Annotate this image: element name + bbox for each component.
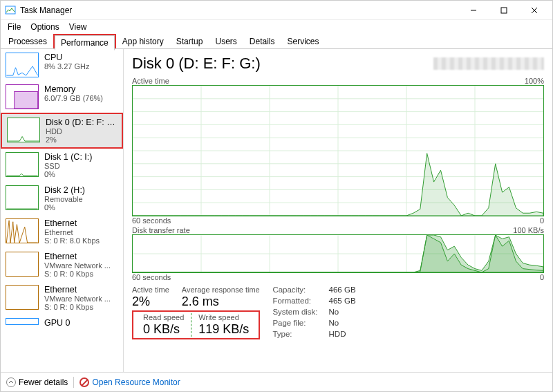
sidebar-item-sub: HDD	[46, 127, 117, 136]
bottom-bar: Fewer details Open Resource Monitor	[1, 372, 552, 391]
sidebar-item-label: Disk 1 (C: I:)	[44, 152, 92, 162]
sidebar-item-disk2[interactable]: Disk 2 (H:)Removable0%	[1, 182, 123, 215]
sidebar-item-gpu0[interactable]: GPU 0	[1, 315, 123, 328]
disk-thumb-icon	[7, 118, 40, 142]
sidebar-item-label: CPU	[44, 53, 89, 62]
stat-key: Average response time	[182, 286, 260, 294]
gpu-thumb-icon	[6, 318, 39, 325]
sidebar-item-sub2: S: 0 R: 0 Kbps	[44, 303, 111, 311]
info-key: System disk:	[272, 308, 317, 317]
chart1-max: 100%	[525, 77, 544, 85]
stat-value: 2.6 ms	[182, 295, 260, 309]
sidebar-item-label: Ethernet	[44, 252, 111, 261]
ethernet-thumb-icon	[6, 252, 39, 277]
fewer-details-label: Fewer details	[19, 377, 68, 387]
stat-write-speed: Write speed 119 KB/s	[193, 313, 254, 337]
menubar: File Options View	[1, 20, 552, 34]
chart2-max: 100 KB/s	[513, 226, 544, 234]
info-key: Capacity:	[272, 286, 317, 295]
chart2-xmin: 60 seconds	[132, 273, 171, 281]
highlight-performance-tab: Performance	[53, 34, 116, 48]
chart2-label: Disk transfer rate	[132, 226, 190, 234]
sidebar-item-label: Disk 0 (D: E: F: G:)	[46, 118, 117, 127]
stat-value: 2%	[132, 295, 169, 309]
menu-file[interactable]: File	[3, 21, 25, 33]
sidebar-item-sub: VMware Network ...	[44, 295, 111, 303]
detail-pane: Disk 0 (D: E: F: G:) Active time 100% 60…	[124, 49, 552, 372]
resource-monitor-icon	[79, 377, 89, 387]
memory-thumb-icon	[6, 84, 39, 109]
sidebar-item-label: Ethernet	[44, 218, 100, 228]
tab-app-history[interactable]: App history	[116, 34, 170, 49]
highlight-speed-box: Read speed 0 KB/s Write speed 119 KB/s	[132, 310, 260, 339]
stat-value: 119 KB/s	[198, 322, 249, 337]
close-button[interactable]	[519, 1, 550, 19]
info-value: No	[329, 308, 356, 317]
sidebar-item-ethernet-2[interactable]: EthernetVMware Network ...S: 0 R: 0 Kbps	[1, 281, 123, 315]
tab-processes[interactable]: Processes	[2, 34, 53, 49]
ethernet-thumb-icon	[6, 218, 39, 243]
stat-key: Write speed	[198, 313, 249, 321]
info-value: HDD	[329, 330, 356, 339]
info-value: 466 GB	[329, 286, 356, 295]
page-title: Disk 0 (D: E: F: G:)	[132, 55, 261, 73]
svg-rect-2	[501, 8, 507, 13]
sidebar-item-sub2: 0%	[44, 170, 92, 178]
chart1-xmax: 0	[540, 216, 544, 225]
ethernet-thumb-icon	[6, 285, 39, 310]
stat-value: 0 KB/s	[143, 322, 184, 337]
chart1-label: Active time	[132, 77, 169, 85]
sidebar-item-sub: 6.0/7.9 GB (76%)	[44, 94, 103, 102]
titlebar: Task Manager	[1, 1, 552, 20]
sidebar-item-disk1[interactable]: Disk 1 (C: I:)SSD0%	[1, 149, 123, 182]
tab-users[interactable]: Users	[209, 34, 243, 49]
disk-model-label	[433, 57, 544, 70]
minimize-button[interactable]	[458, 1, 489, 19]
sidebar-item-sub: SSD	[44, 162, 92, 170]
sidebar-item-cpu[interactable]: CPU8% 3.27 GHz	[1, 49, 123, 81]
chart2-xmax: 0	[540, 273, 544, 281]
open-resource-monitor-link[interactable]: Open Resource Monitor	[79, 377, 180, 387]
stat-read-speed: Read speed 0 KB/s	[138, 313, 189, 337]
maximize-button[interactable]	[489, 1, 519, 19]
sidebar-item-label: Ethernet	[44, 285, 111, 295]
info-value: 465 GB	[329, 297, 356, 306]
sidebar-item-disk0[interactable]: Disk 0 (D: E: F: G:)HDD2%	[2, 114, 122, 147]
sidebar-item-ethernet-1[interactable]: EthernetVMware Network ...S: 0 R: 0 Kbps	[1, 248, 123, 281]
sidebar-item-ethernet-0[interactable]: EthernetEthernetS: 0 R: 8.0 Kbps	[1, 215, 123, 248]
sidebar-item-sub: 8% 3.27 GHz	[44, 62, 89, 71]
disk-info-table: Capacity:466 GBFormatted:465 GBSystem di…	[272, 286, 355, 339]
sidebar-item-sub2: S: 0 R: 0 Kbps	[44, 270, 111, 278]
stat-avg-response: Average response time 2.6 ms	[182, 286, 260, 309]
stat-active-time: Active time 2%	[132, 286, 169, 309]
open-resource-monitor-label: Open Resource Monitor	[92, 377, 180, 387]
tab-performance[interactable]: Performance	[55, 35, 115, 50]
svg-rect-5	[15, 91, 38, 109]
tab-startup[interactable]: Startup	[170, 34, 209, 49]
tab-strip: Processes Performance App history Startu…	[1, 34, 552, 49]
cpu-thumb-icon	[6, 53, 39, 77]
menu-options[interactable]: Options	[26, 21, 63, 33]
disk-thumb-icon	[6, 152, 39, 177]
sidebar-item-sub: Ethernet	[44, 228, 100, 236]
sidebar-item-sub2: 2%	[46, 136, 117, 144]
highlight-disk0: Disk 0 (D: E: F: G:)HDD2%	[1, 113, 123, 149]
fewer-details-button[interactable]: Fewer details	[6, 377, 68, 387]
info-key: Type:	[272, 330, 317, 339]
chart1-xmin: 60 seconds	[132, 216, 171, 225]
menu-view[interactable]: View	[65, 21, 91, 33]
info-value: No	[329, 319, 356, 328]
info-key: Formatted:	[272, 297, 317, 306]
app-icon	[5, 5, 16, 16]
tab-details[interactable]: Details	[243, 34, 281, 49]
info-key: Page file:	[272, 319, 317, 328]
sidebar-item-label: Disk 2 (H:)	[44, 185, 85, 195]
sidebar-item-label: Memory	[44, 84, 103, 94]
sidebar-item-memory[interactable]: Memory6.0/7.9 GB (76%)	[1, 81, 123, 113]
disk-thumb-icon	[6, 185, 39, 210]
sidebar-item-label: GPU 0	[44, 318, 71, 328]
sidebar-item-sub2: 0%	[44, 203, 85, 212]
tab-services[interactable]: Services	[281, 34, 326, 49]
active-time-chart	[132, 85, 544, 216]
sidebar-item-sub: Removable	[44, 195, 85, 203]
